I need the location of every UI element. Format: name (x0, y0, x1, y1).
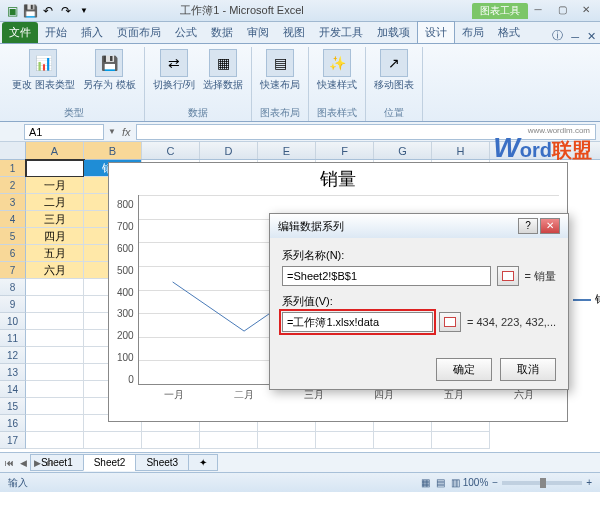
rowhead[interactable]: 3 (0, 194, 26, 211)
cell[interactable] (374, 432, 432, 449)
sheet-nav-first-icon[interactable]: ⏮ (2, 458, 16, 468)
cell[interactable] (26, 432, 84, 449)
cell[interactable] (258, 432, 316, 449)
sheet-nav-next-icon[interactable]: ▶ (30, 458, 44, 468)
switch-rowcol-button[interactable]: ⇄切换行/列 (151, 47, 198, 105)
rowhead[interactable]: 12 (0, 347, 26, 364)
rowhead[interactable]: 15 (0, 398, 26, 415)
cell[interactable] (26, 296, 84, 313)
rowhead[interactable]: 5 (0, 228, 26, 245)
rowhead[interactable]: 11 (0, 330, 26, 347)
cell[interactable]: 一月 (26, 177, 84, 194)
colhead-e[interactable]: E (258, 142, 316, 159)
colhead-b[interactable]: B (84, 142, 142, 159)
quick-style-button[interactable]: ✨快速样式 (315, 47, 359, 105)
rowhead[interactable]: 10 (0, 313, 26, 330)
rowhead[interactable]: 14 (0, 381, 26, 398)
tab-home[interactable]: 开始 (38, 22, 74, 43)
ribbon-min-icon[interactable]: ─ (567, 31, 583, 43)
close-icon[interactable]: ✕ (576, 4, 596, 18)
series-values-input[interactable] (282, 312, 433, 332)
cell[interactable] (200, 432, 258, 449)
cell[interactable] (26, 347, 84, 364)
rowhead[interactable]: 2 (0, 177, 26, 194)
select-data-button[interactable]: ▦选择数据 (201, 47, 245, 105)
cell[interactable]: 五月 (26, 245, 84, 262)
cell[interactable] (26, 415, 84, 432)
sheet-tab-3[interactable]: Sheet3 (135, 454, 189, 471)
rowhead[interactable]: 4 (0, 211, 26, 228)
tab-formulas[interactable]: 公式 (168, 22, 204, 43)
colhead-g[interactable]: G (374, 142, 432, 159)
rowhead[interactable]: 7 (0, 262, 26, 279)
rowhead[interactable]: 9 (0, 296, 26, 313)
redo-icon[interactable]: ↷ (58, 3, 74, 19)
colhead-f[interactable]: F (316, 142, 374, 159)
change-chart-type-button[interactable]: 📊更改 图表类型 (10, 47, 77, 105)
cell[interactable] (26, 279, 84, 296)
namebox-dropdown-icon[interactable]: ▼ (108, 127, 116, 136)
cell[interactable] (316, 432, 374, 449)
zoom-in-button[interactable]: + (586, 477, 592, 488)
tab-format[interactable]: 格式 (491, 22, 527, 43)
sheet-nav-prev-icon[interactable]: ◀ (16, 458, 30, 468)
cell[interactable] (26, 330, 84, 347)
zoom-level[interactable]: 100% (463, 477, 489, 488)
rowhead[interactable]: 6 (0, 245, 26, 262)
name-box[interactable] (24, 124, 104, 140)
qat-dropdown-icon[interactable]: ▼ (76, 3, 92, 19)
save-icon[interactable]: 💾 (22, 3, 38, 19)
embedded-chart[interactable]: 销量 8007006005004003002001000 一月二月三月四月五月六… (108, 162, 568, 422)
minimize-icon[interactable]: ─ (528, 4, 548, 18)
undo-icon[interactable]: ↶ (40, 3, 56, 19)
cell[interactable]: 六月 (26, 262, 84, 279)
rowhead[interactable]: 17 (0, 432, 26, 449)
cell[interactable]: 二月 (26, 194, 84, 211)
maximize-icon[interactable]: ▢ (552, 4, 572, 18)
colhead-h[interactable]: H (432, 142, 490, 159)
tab-developer[interactable]: 开发工具 (312, 22, 370, 43)
sheet-tab-2[interactable]: Sheet2 (83, 454, 137, 471)
colhead-c[interactable]: C (142, 142, 200, 159)
cell[interactable]: 三月 (26, 211, 84, 228)
cell[interactable]: 四月 (26, 228, 84, 245)
tab-addins[interactable]: 加载项 (370, 22, 417, 43)
cancel-button[interactable]: 取消 (500, 358, 556, 381)
colhead-d[interactable]: D (200, 142, 258, 159)
move-chart-button[interactable]: ↗移动图表 (372, 47, 416, 105)
view-pagelayout-icon[interactable]: ▤ (433, 477, 448, 488)
quick-layout-button[interactable]: ▤快速布局 (258, 47, 302, 105)
view-normal-icon[interactable]: ▦ (418, 477, 433, 488)
rowhead[interactable]: 16 (0, 415, 26, 432)
series-name-input[interactable] (282, 266, 491, 286)
tab-pagelayout[interactable]: 页面布局 (110, 22, 168, 43)
series-values-ref-button[interactable] (439, 312, 461, 332)
ok-button[interactable]: 确定 (436, 358, 492, 381)
cell[interactable] (432, 432, 490, 449)
save-template-button[interactable]: 💾另存为 模板 (81, 47, 138, 105)
rowhead[interactable]: 8 (0, 279, 26, 296)
tab-view[interactable]: 视图 (276, 22, 312, 43)
series-name-ref-button[interactable] (497, 266, 519, 286)
cell[interactable] (26, 398, 84, 415)
tab-review[interactable]: 审阅 (240, 22, 276, 43)
cell[interactable] (26, 381, 84, 398)
cell[interactable] (84, 432, 142, 449)
cell[interactable] (26, 313, 84, 330)
cell[interactable] (26, 160, 84, 177)
fx-icon[interactable]: fx (116, 126, 137, 138)
dialog-titlebar[interactable]: 编辑数据系列 ? ✕ (270, 214, 568, 238)
rowhead[interactable]: 1 (0, 160, 26, 177)
colhead-a[interactable]: A (26, 142, 84, 159)
dialog-help-button[interactable]: ? (518, 218, 538, 234)
zoom-slider[interactable] (502, 481, 582, 485)
dialog-close-button[interactable]: ✕ (540, 218, 560, 234)
tab-data[interactable]: 数据 (204, 22, 240, 43)
new-sheet-button[interactable]: ✦ (188, 454, 218, 471)
tab-design[interactable]: 设计 (417, 21, 455, 43)
rowhead[interactable]: 13 (0, 364, 26, 381)
sheet-nav-last-icon[interactable]: ⏭ (44, 458, 58, 468)
help-icon[interactable]: ⓘ (548, 28, 567, 43)
ribbon-close-icon[interactable]: ✕ (583, 30, 600, 43)
zoom-out-button[interactable]: − (492, 477, 498, 488)
